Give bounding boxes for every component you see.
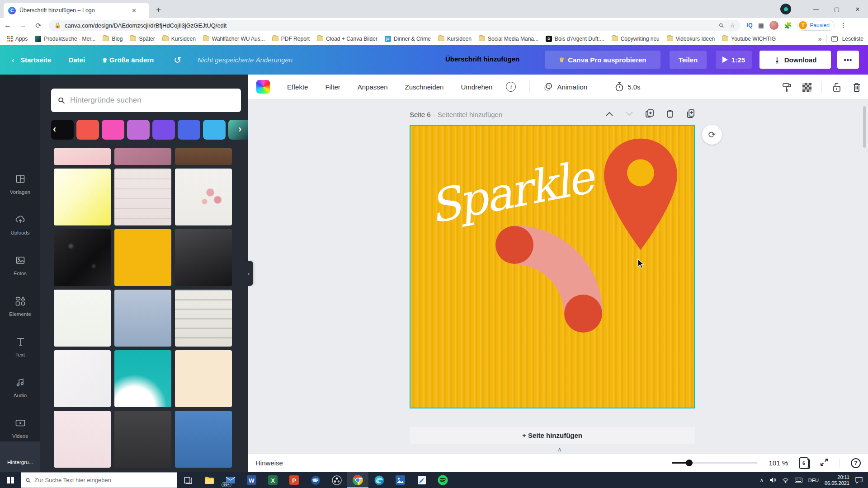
bg-mauve-branch[interactable] [114, 148, 171, 165]
notification-icon[interactable] [855, 477, 863, 483]
toolbar-zuschneiden[interactable]: Zuschneiden [405, 83, 443, 91]
wifi-icon[interactable] [782, 478, 789, 483]
start-button[interactable] [0, 472, 21, 488]
color-swatch[interactable] [127, 120, 150, 140]
bookmark-item[interactable]: Cload + Canva Bilder [314, 34, 381, 43]
taskbar-clock[interactable]: 20:11 06.05.2021 [825, 474, 849, 486]
lock-icon[interactable] [832, 82, 842, 93]
paint-roller-icon[interactable] [782, 82, 793, 93]
info-button[interactable]: i [506, 82, 516, 92]
sidebar-item-vorlagen[interactable]: Vorlagen [0, 165, 40, 203]
taskbar-app-obs[interactable] [326, 472, 347, 488]
iq-extension-icon[interactable]: IQ [747, 22, 753, 28]
download-button[interactable]: ⭳Download [760, 51, 831, 69]
toolbar-anpassen[interactable]: Anpassen [358, 83, 388, 91]
bg-teal-cloud[interactable] [114, 350, 171, 407]
volume-icon[interactable] [769, 477, 776, 483]
delete-page-icon[interactable] [666, 109, 674, 120]
back-icon[interactable]: ← [0, 21, 15, 29]
bg-golden-yellow[interactable] [114, 229, 171, 286]
background-color-picker[interactable] [256, 80, 270, 94]
resize-menu[interactable]: ♛ Größe ändern [102, 56, 154, 64]
collapse-panel-chevron-icon[interactable]: ∧ [557, 446, 562, 453]
taskbar-app-mail[interactable]: 99+ [220, 472, 241, 488]
color-swatch[interactable] [178, 120, 200, 140]
bookmark-item[interactable]: Kursideen [435, 34, 475, 43]
bg-soft-pink[interactable] [54, 148, 111, 165]
browser-tab[interactable]: C Überschrift hinzufügen – Logo ✕ [4, 3, 149, 18]
toolbar-umdrehen[interactable]: Umdrehen [461, 83, 492, 91]
bg-white-panels[interactable] [54, 290, 111, 347]
sidebar-item-audio[interactable]: Audio [0, 368, 40, 406]
bookmark-item[interactable]: Produktsuche - Mer... [32, 34, 99, 43]
bookmark-star-icon[interactable]: ☆ [730, 22, 735, 29]
design-title[interactable]: Überschrift hinzufügen [445, 55, 519, 63]
avatar[interactable] [769, 21, 778, 30]
color-swatch[interactable] [102, 120, 124, 140]
sidebar-item-fotos[interactable]: Fotos [0, 246, 40, 284]
bookmark-item[interactable]: Videokurs Ideen [664, 34, 718, 43]
bookmark-item[interactable]: Kursideen [159, 34, 199, 43]
bg-charcoal[interactable] [114, 411, 171, 468]
panel-collapse-handle[interactable]: ‹ [245, 261, 253, 286]
taskbar-app-spotify[interactable] [432, 472, 453, 488]
design-canvas-page[interactable]: Sparkle [410, 125, 695, 408]
zoom-level[interactable]: 101 % [769, 459, 788, 467]
taskbar-app-photos[interactable] [390, 472, 411, 488]
omnibox[interactable]: 🔒 canva.com/design/DAEdomzscjl/drBfjHdCo… [49, 20, 741, 31]
taskbar-app-excel[interactable]: X [262, 472, 283, 488]
forward-icon[interactable]: → [15, 21, 31, 29]
taskbar-app-word[interactable]: W [241, 472, 262, 488]
tab-close-icon[interactable]: ✕ [132, 7, 137, 14]
sidebar-item-elemente[interactable]: Elemente [0, 287, 40, 325]
taskbar-app-thunderbird[interactable] [305, 472, 326, 488]
grid-extension-icon[interactable]: ▦ [758, 22, 764, 29]
padlock-icon[interactable]: 🔒 [54, 22, 61, 28]
bookmark-item[interactable]: Wahlfächer WU Aus... [200, 34, 268, 43]
sidebar-item-uploads[interactable]: Uploads [0, 206, 40, 244]
new-tab-button[interactable]: + [156, 5, 161, 15]
zoom-page-icon[interactable]: ⚲ [717, 21, 725, 29]
toolbar-effekte[interactable]: Effekte [287, 83, 308, 91]
recorder-icon[interactable] [780, 4, 791, 14]
search-input[interactable] [70, 96, 224, 105]
hinweise-label[interactable]: Hinweise [255, 459, 283, 467]
sync-button[interactable]: ⟳ [702, 125, 722, 145]
bookmark-item[interactable]: DBois d'Argent Duft:... [542, 34, 608, 43]
swatch-scroll-right-icon[interactable]: › [238, 123, 241, 135]
page-count-badge[interactable]: 6 [799, 457, 809, 469]
sidebar-item-text[interactable]: Text [0, 328, 40, 366]
window-close-button[interactable]: ✕ [847, 0, 868, 18]
bookmarks-overflow-icon[interactable]: » [818, 35, 822, 42]
window-minimize-button[interactable]: — [806, 0, 826, 18]
canva-pro-button[interactable]: ♛Canva Pro ausprobieren [545, 51, 660, 69]
bookmark-item[interactable]: Apps [4, 34, 31, 43]
share-button[interactable]: Teilen [670, 51, 707, 69]
bg-plaster-roses[interactable] [175, 169, 232, 225]
page-subtitle[interactable]: - Seitentitel hinzufügen [434, 111, 503, 118]
move-page-up-icon[interactable] [605, 110, 613, 118]
bookmark-item[interactable]: jdDinner & Crime [382, 34, 434, 43]
window-maximize-button[interactable]: ▢ [826, 0, 847, 18]
toolbar-filter[interactable]: Filter [325, 83, 340, 91]
add-page-icon[interactable] [686, 109, 695, 120]
reading-list-label[interactable]: Leseliste [842, 36, 863, 42]
bg-dried-flowers[interactable] [114, 169, 171, 225]
bg-black-marble[interactable] [54, 229, 111, 286]
help-icon[interactable]: ? [851, 458, 861, 468]
taskbar-search[interactable]: ⚲ [21, 472, 177, 488]
bookmark-item[interactable]: PDF Report [269, 34, 313, 43]
extensions-puzzle-icon[interactable]: 🧩 [784, 22, 792, 29]
bg-pink-winter[interactable] [54, 411, 111, 468]
taskbar-app-photo-viewer[interactable] [411, 472, 432, 488]
bg-white-marble[interactable] [54, 350, 111, 407]
add-page-button[interactable]: + Seite hinzufügen [410, 427, 695, 444]
transparency-icon[interactable] [802, 83, 811, 92]
zoom-slider[interactable] [672, 462, 758, 464]
file-menu[interactable]: Datei [68, 56, 85, 64]
color-swatch[interactable] [76, 120, 99, 140]
duplicate-page-icon[interactable] [645, 109, 654, 120]
color-swatch[interactable] [152, 120, 175, 140]
search-box[interactable]: ⚲ [51, 89, 241, 112]
bg-brown-wood[interactable] [175, 148, 232, 165]
